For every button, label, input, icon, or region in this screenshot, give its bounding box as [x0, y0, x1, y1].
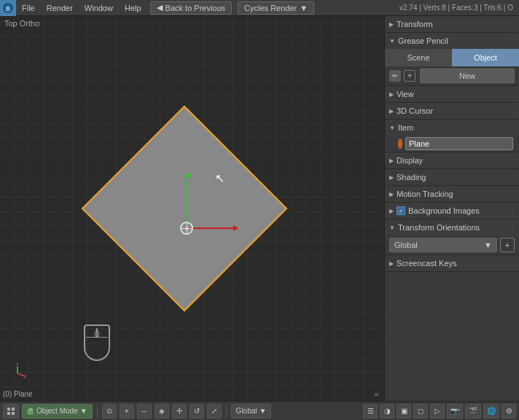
- svg-text:Y: Y: [15, 363, 19, 366]
- to-content: Global ▼ +: [385, 236, 519, 254]
- background-images-section: Background Images ::: [385, 203, 519, 219]
- cursor-section: 3D Cursor ::: [385, 103, 519, 120]
- grease-pencil-header[interactable]: Grease Pencil ::: [385, 33, 519, 49]
- shading-triangle: [389, 174, 394, 181]
- gp-plus-icon[interactable]: +: [404, 70, 415, 82]
- viewport-shading[interactable]: ▣: [397, 404, 411, 419]
- back-icon: ◀: [157, 3, 163, 12]
- motion-tracking-triangle: [389, 191, 394, 198]
- menu-render[interactable]: Render: [41, 0, 79, 16]
- tab-object[interactable]: Object: [452, 49, 519, 66]
- gp-drag: ::: [511, 37, 515, 44]
- cursor-header[interactable]: 3D Cursor ::: [385, 103, 519, 119]
- bg-images-checkbox-wrap: [397, 206, 405, 215]
- to-header[interactable]: Transform Orientations ::: [385, 219, 519, 236]
- tab-scene[interactable]: Scene: [385, 49, 452, 66]
- orientation-dropdown[interactable]: Global ▼: [389, 238, 497, 252]
- item-drag: ::: [511, 124, 515, 131]
- orientation-dropdown-row: Global ▼ +: [385, 236, 519, 254]
- bg-images-triangle: [389, 208, 394, 214]
- render-engine-selector[interactable]: Cycles Render ▼: [238, 1, 314, 15]
- motion-tracking-section: Motion Tracking ::: [385, 186, 519, 203]
- world-button[interactable]: 🌐: [483, 404, 499, 419]
- grid-icon: [7, 407, 15, 416]
- bg-images-drag: ::: [511, 207, 515, 214]
- pivot-button[interactable]: ⊙: [102, 404, 117, 419]
- rotate-button[interactable]: ↺: [190, 404, 204, 419]
- item-title: Item: [398, 123, 508, 132]
- menu-file[interactable]: File: [16, 0, 41, 16]
- scale-button[interactable]: ⤢: [207, 404, 222, 419]
- item-header[interactable]: Item ::: [385, 120, 519, 136]
- view-header[interactable]: View ::: [385, 86, 519, 102]
- camera-button[interactable]: 📷: [447, 404, 463, 419]
- gp-triangle: [389, 38, 395, 44]
- select-button[interactable]: ◈: [155, 404, 169, 419]
- snap-button[interactable]: ⌖: [120, 404, 134, 419]
- transform-section: Transform ::: [385, 16, 519, 33]
- render-engine-label: Cycles Render: [244, 4, 297, 12]
- version-info: v2.74 | Verts:8 | Faces:3 | Tris:6 | O: [399, 4, 519, 12]
- mode-label: Object Mode: [36, 407, 78, 415]
- new-gp-button[interactable]: New: [420, 69, 515, 83]
- shading-section: Shading ::: [385, 169, 519, 186]
- viewport[interactable]: Top Ortho ↖: [0, 16, 384, 401]
- render-button[interactable]: ◻: [413, 404, 428, 419]
- svg-text:B: B: [6, 5, 10, 12]
- global-dropdown-icon: ▼: [260, 407, 267, 415]
- y-arrow: [184, 172, 190, 177]
- view-menu-button[interactable]: [3, 404, 19, 419]
- view-drag: ::: [511, 90, 515, 98]
- viewport-label: Top Ortho: [4, 19, 39, 28]
- shading-toggle[interactable]: ◑: [380, 404, 394, 419]
- svg-rect-9: [12, 412, 15, 415]
- transform-button[interactable]: ↔: [137, 404, 152, 419]
- plane-object: [82, 106, 286, 311]
- timeline-button[interactable]: ▷: [430, 404, 445, 419]
- main-area: Top Ortho ↖: [0, 16, 519, 401]
- gp-draw-icon[interactable]: ✏: [389, 70, 401, 82]
- item-triangle: [389, 125, 395, 131]
- menu-help[interactable]: Help: [119, 0, 147, 16]
- back-to-previous-button[interactable]: ◀ Back to Previous: [150, 1, 233, 15]
- plane-mesh: [82, 106, 288, 312]
- display-drag: ::: [511, 157, 515, 164]
- scene-button[interactable]: 🎬: [465, 404, 481, 419]
- sk-header[interactable]: Screencast Keys ::: [385, 255, 519, 271]
- layer-button[interactable]: ☰: [363, 404, 378, 419]
- shading-header[interactable]: Shading ::: [385, 169, 519, 185]
- transform-drag: ::: [511, 20, 515, 28]
- motion-tracking-title: Motion Tracking: [397, 190, 508, 198]
- move-button[interactable]: ✛: [172, 404, 187, 419]
- object-props-button[interactable]: ⚙: [502, 404, 516, 419]
- motion-tracking-header[interactable]: Motion Tracking ::: [385, 186, 519, 202]
- mini-axes: X Y: [7, 363, 28, 384]
- menu-window[interactable]: Window: [79, 0, 119, 16]
- display-header[interactable]: Display ::: [385, 152, 519, 168]
- orientation-dropdown-icon: ▼: [484, 241, 492, 249]
- item-section: Item ::: [385, 120, 519, 152]
- object-status-label: (0) Plane: [3, 390, 33, 398]
- item-name-row: [385, 136, 519, 152]
- to-title: Transform Orientations: [398, 223, 508, 232]
- bg-images-header[interactable]: Background Images ::: [385, 203, 519, 219]
- shading-drag: ::: [511, 174, 515, 181]
- global-button[interactable]: Global ▼: [231, 404, 272, 419]
- blender-logo-svg: B: [1, 1, 15, 15]
- gp-title: Grease Pencil: [398, 36, 508, 45]
- item-name-input[interactable]: [405, 137, 513, 150]
- svg-rect-7: [12, 408, 15, 411]
- properties-panel: Transform :: Grease Pencil :: Scene Obje…: [384, 16, 519, 401]
- cursor-title: 3D Cursor: [397, 106, 508, 115]
- sk-triangle: [389, 260, 394, 267]
- bg-images-checkbox[interactable]: [397, 206, 405, 215]
- view-triangle: [389, 91, 394, 98]
- svg-rect-10: [28, 410, 33, 414]
- add-orientation-button[interactable]: +: [500, 238, 515, 252]
- object-mode-button[interactable]: Object Mode ▼: [22, 404, 93, 419]
- transform-header[interactable]: Transform ::: [385, 16, 519, 32]
- sk-drag: ::: [511, 260, 515, 267]
- display-title: Display: [397, 156, 508, 165]
- to-triangle: [389, 225, 395, 231]
- gp-content: Scene Object ✏ + New: [385, 49, 519, 85]
